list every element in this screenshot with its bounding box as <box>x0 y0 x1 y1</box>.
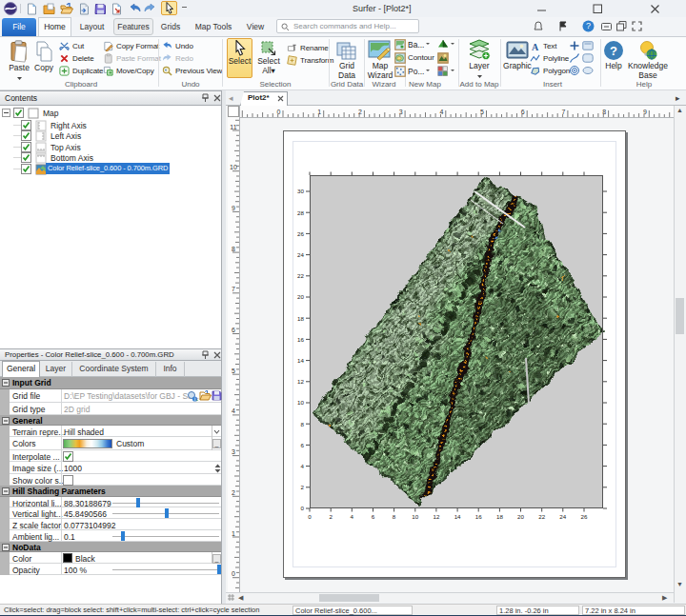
svg-text:22: 22 <box>297 272 304 279</box>
svg-text:3: 3 <box>232 448 235 455</box>
svg-text:1: 1 <box>232 530 235 537</box>
svg-text:30: 30 <box>297 188 304 194</box>
svg-text:8: 8 <box>602 109 606 115</box>
svg-text:7: 7 <box>232 286 235 292</box>
svg-text:5: 5 <box>232 368 235 374</box>
svg-text:4: 4 <box>439 109 443 115</box>
svg-text:10: 10 <box>412 513 418 520</box>
svg-text:10: 10 <box>297 399 304 406</box>
svg-text:4: 4 <box>232 407 235 414</box>
svg-text:9: 9 <box>643 109 647 115</box>
svg-text:24: 24 <box>559 513 566 520</box>
svg-text:8: 8 <box>232 246 235 252</box>
svg-text:3: 3 <box>399 109 403 115</box>
svg-text:2: 2 <box>358 109 362 115</box>
svg-text:6: 6 <box>232 327 235 333</box>
svg-text:A: A <box>532 42 539 51</box>
svg-text:8: 8 <box>393 513 396 520</box>
svg-text:0: 0 <box>232 570 235 577</box>
svg-text:0: 0 <box>301 505 305 511</box>
svg-text:16: 16 <box>475 513 482 520</box>
svg-text:16: 16 <box>297 336 304 343</box>
svg-text:24: 24 <box>297 251 304 258</box>
svg-text:2: 2 <box>301 484 305 490</box>
svg-text:18: 18 <box>496 513 503 520</box>
svg-text:0: 0 <box>277 109 281 115</box>
svg-text:14: 14 <box>297 357 304 364</box>
svg-text:4: 4 <box>351 513 354 520</box>
svg-text:5: 5 <box>480 109 484 115</box>
svg-text:?: ? <box>586 21 591 30</box>
svg-text:4: 4 <box>301 463 305 469</box>
svg-text:9: 9 <box>232 205 235 211</box>
svg-text:10: 10 <box>230 164 237 170</box>
svg-text:26: 26 <box>297 230 304 237</box>
svg-text:14: 14 <box>454 513 461 520</box>
svg-text:12: 12 <box>297 378 304 385</box>
svg-text:1: 1 <box>317 109 321 115</box>
svg-text:28: 28 <box>297 209 304 216</box>
svg-text:i: i <box>194 396 195 402</box>
svg-text:20: 20 <box>517 513 524 520</box>
svg-text:0: 0 <box>308 513 312 520</box>
svg-text:12: 12 <box>433 513 439 520</box>
svg-text:?: ? <box>610 44 617 58</box>
svg-text:18: 18 <box>297 315 304 322</box>
svg-text:20: 20 <box>297 293 304 300</box>
svg-text:2: 2 <box>232 489 235 496</box>
svg-text:26: 26 <box>581 513 588 520</box>
svg-text:6: 6 <box>301 442 305 448</box>
svg-text:11: 11 <box>230 124 236 130</box>
svg-text:2: 2 <box>329 513 333 520</box>
svg-text:6: 6 <box>521 109 525 115</box>
svg-text:22: 22 <box>538 513 545 520</box>
svg-text:8: 8 <box>301 421 305 427</box>
svg-text:7: 7 <box>561 109 565 115</box>
svg-text:6: 6 <box>372 513 375 520</box>
